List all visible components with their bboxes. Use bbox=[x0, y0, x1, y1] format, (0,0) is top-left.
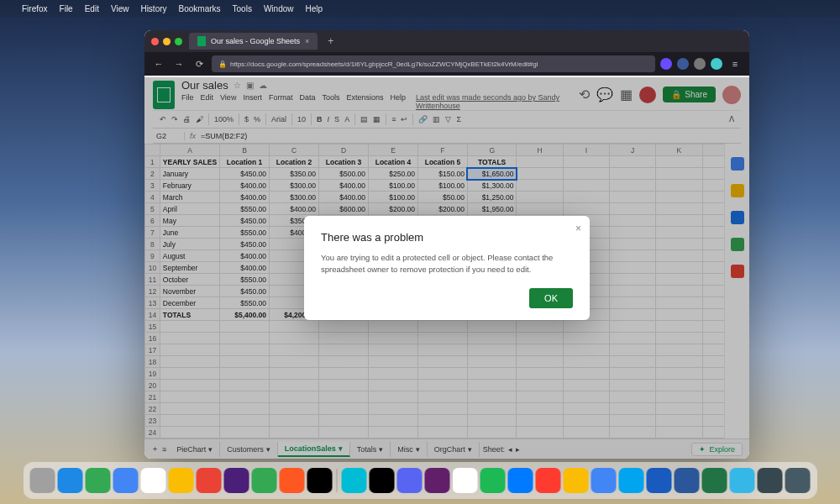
dialog-title: There was a problem bbox=[321, 231, 573, 244]
overflow-menu-icon[interactable]: ≡ bbox=[727, 59, 743, 69]
tab-title: Our sales - Google Sheets bbox=[211, 37, 300, 45]
dock-app-icon[interactable] bbox=[113, 468, 139, 493]
dock-app-icon[interactable] bbox=[564, 468, 589, 493]
menubar-item[interactable]: History bbox=[140, 4, 166, 13]
macos-dock bbox=[24, 462, 817, 499]
browser-window: Our sales - Google Sheets × + ← → ⟳ 🔒 ht… bbox=[144, 30, 749, 459]
dock-app-icon[interactable] bbox=[58, 468, 83, 493]
dock-app-icon[interactable] bbox=[224, 468, 249, 493]
browser-tab[interactable]: Our sales - Google Sheets × bbox=[189, 33, 318, 50]
menubar-item[interactable]: Firefox bbox=[22, 4, 48, 13]
url-text: https://docs.google.com/spreadsheets/d/1… bbox=[230, 60, 538, 68]
dock-app-icon[interactable] bbox=[453, 468, 478, 493]
menubar-item[interactable]: Help bbox=[306, 4, 323, 13]
lock-icon: 🔒 bbox=[218, 60, 227, 68]
dock-app-icon[interactable] bbox=[425, 468, 450, 493]
extension-icon[interactable] bbox=[677, 58, 689, 70]
minimize-window-icon[interactable] bbox=[163, 38, 171, 45]
modal-scrim: × There was a problem You are trying to … bbox=[144, 77, 749, 459]
browser-tabbar: Our sales - Google Sheets × + bbox=[144, 30, 749, 52]
forward-button[interactable]: → bbox=[171, 59, 186, 69]
dock-app-icon[interactable] bbox=[141, 468, 166, 493]
dock-app-icon[interactable] bbox=[619, 468, 644, 493]
maximize-window-icon[interactable] bbox=[175, 38, 182, 45]
close-window-icon[interactable] bbox=[151, 38, 159, 45]
reload-button[interactable]: ⟳ bbox=[192, 59, 207, 70]
new-tab-button[interactable]: + bbox=[324, 35, 337, 47]
dock-app-icon[interactable] bbox=[169, 468, 194, 493]
dock-app-icon[interactable] bbox=[342, 468, 367, 493]
dialog-ok-button[interactable]: OK bbox=[529, 288, 573, 308]
menubar-item[interactable]: Tools bbox=[233, 4, 252, 13]
dock-app-icon[interactable] bbox=[675, 468, 700, 493]
close-tab-icon[interactable]: × bbox=[305, 37, 309, 45]
sheets-favicon-icon bbox=[197, 36, 206, 46]
dock-app-icon[interactable] bbox=[280, 468, 305, 493]
window-controls bbox=[151, 38, 182, 45]
dock-app-icon[interactable] bbox=[86, 468, 111, 493]
error-dialog: × There was a problem You are trying to … bbox=[304, 216, 590, 320]
dock-app-icon[interactable] bbox=[307, 468, 333, 493]
dock-app-icon[interactable] bbox=[702, 468, 727, 493]
dock-app-icon[interactable] bbox=[591, 468, 617, 493]
dock-app-icon[interactable] bbox=[397, 468, 423, 493]
dock-app-icon[interactable] bbox=[785, 468, 811, 493]
dock-app-icon[interactable] bbox=[370, 468, 395, 493]
dialog-body: You are trying to edit a protected cell … bbox=[321, 252, 573, 275]
dock-app-icon[interactable] bbox=[30, 468, 55, 493]
dialog-close-icon[interactable]: × bbox=[575, 223, 581, 234]
menubar-item[interactable]: View bbox=[111, 4, 129, 13]
extension-icon[interactable] bbox=[711, 58, 722, 70]
menubar-item[interactable]: Edit bbox=[85, 4, 99, 13]
dock-app-icon[interactable] bbox=[758, 468, 783, 493]
dock-app-icon[interactable] bbox=[647, 468, 672, 493]
dock-app-icon[interactable] bbox=[197, 468, 222, 493]
macos-menubar: Firefox File Edit View History Bookmarks… bbox=[0, 0, 840, 17]
menubar-item[interactable]: Bookmarks bbox=[179, 4, 221, 13]
back-button[interactable]: ← bbox=[151, 59, 166, 69]
dock-app-icon[interactable] bbox=[536, 468, 561, 493]
menubar-item[interactable]: File bbox=[60, 4, 73, 13]
browser-toolbar: ← → ⟳ 🔒 https://docs.google.com/spreadsh… bbox=[144, 52, 749, 76]
address-bar[interactable]: 🔒 https://docs.google.com/spreadsheets/d… bbox=[212, 55, 655, 72]
dock-app-icon[interactable] bbox=[480, 468, 506, 493]
dock-app-icon[interactable] bbox=[508, 468, 533, 493]
menubar-item[interactable]: Window bbox=[264, 4, 294, 13]
extension-icon[interactable] bbox=[694, 58, 706, 70]
dock-app-icon[interactable] bbox=[252, 468, 277, 493]
extension-icon[interactable] bbox=[660, 58, 672, 70]
dock-app-icon[interactable] bbox=[730, 468, 755, 493]
